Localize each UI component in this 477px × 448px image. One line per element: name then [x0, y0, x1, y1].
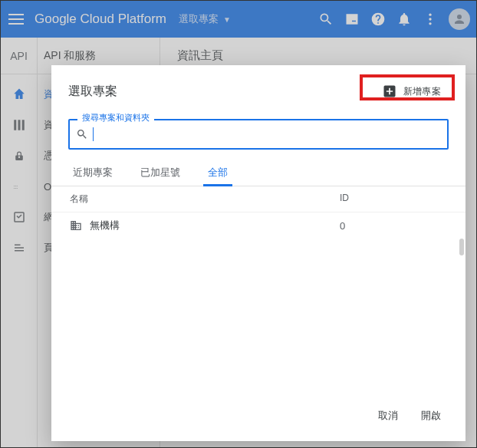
- add-box-icon: [382, 84, 397, 99]
- tab-starred[interactable]: 已加星號: [137, 160, 183, 186]
- table-body: 無機構 0: [51, 212, 465, 394]
- table-header: 名稱 ID: [51, 186, 465, 212]
- search-input[interactable]: [94, 129, 441, 140]
- row-id: 0: [340, 220, 447, 232]
- search-input-wrap[interactable]: [68, 119, 449, 150]
- tab-all[interactable]: 全部: [205, 160, 231, 186]
- project-tabs: 近期專案 已加星號 全部: [51, 156, 465, 186]
- table-row[interactable]: 無機構 0: [51, 212, 465, 239]
- row-name: 無機構: [90, 219, 340, 232]
- select-project-dialog: 選取專案 新增專案 搜尋專案和資料夾 近期專案 已加星號 全部 名稱 ID: [51, 65, 465, 441]
- search-legend: 搜尋專案和資料夾: [77, 112, 154, 124]
- tab-recent[interactable]: 近期專案: [70, 160, 116, 186]
- org-icon: [70, 219, 82, 232]
- search-icon: [76, 128, 88, 140]
- cancel-button[interactable]: 取消: [375, 404, 401, 427]
- new-project-button[interactable]: 新增專案: [374, 79, 449, 104]
- new-project-label: 新增專案: [403, 85, 441, 98]
- scrollbar-thumb[interactable]: [459, 239, 464, 255]
- col-id-header: ID: [340, 193, 447, 206]
- col-name-header: 名稱: [70, 193, 340, 206]
- open-button[interactable]: 開啟: [418, 404, 444, 427]
- dialog-title: 選取專案: [68, 84, 117, 100]
